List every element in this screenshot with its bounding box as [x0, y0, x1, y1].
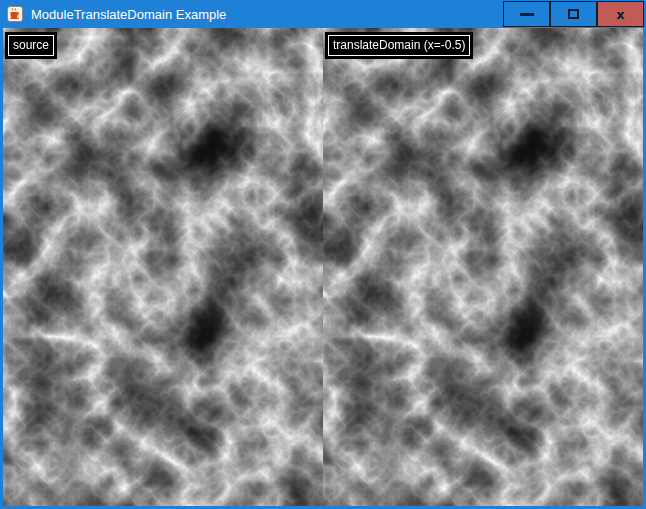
maximize-icon: [568, 9, 579, 19]
close-icon: x: [616, 8, 624, 21]
panel-label-translate-domain-text: translateDomain (x=-0.5): [333, 38, 465, 52]
panel-label-source: source: [8, 35, 54, 56]
panel-label-source-text: source: [13, 38, 49, 52]
maximize-button[interactable]: [550, 1, 597, 27]
noise-image-translated: [323, 28, 643, 506]
panel-translate-domain: translateDomain (x=-0.5): [323, 28, 643, 506]
panel-source: source: [3, 28, 323, 506]
minimize-button[interactable]: [503, 1, 550, 27]
content-area: source translateDomain (x=-0.5): [3, 28, 643, 506]
java-coffee-cup-icon: [7, 6, 23, 22]
app-window: ModuleTranslateDomain Example x source t…: [0, 0, 646, 509]
minimize-icon: [520, 13, 534, 16]
titlebar[interactable]: ModuleTranslateDomain Example x: [0, 0, 646, 28]
window-controls: x: [503, 1, 644, 27]
panel-label-translate-domain: translateDomain (x=-0.5): [328, 35, 470, 56]
window-title: ModuleTranslateDomain Example: [31, 7, 226, 22]
noise-image-source: [3, 28, 323, 506]
close-button[interactable]: x: [597, 1, 644, 27]
